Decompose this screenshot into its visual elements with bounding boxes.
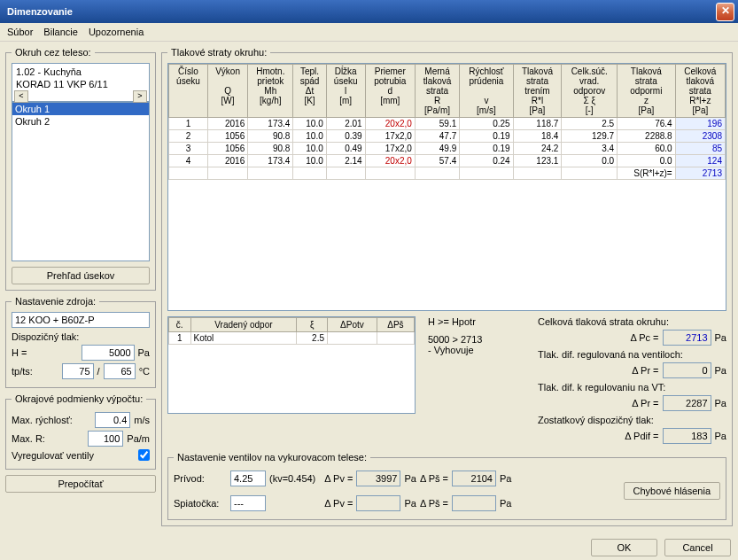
ps2-output <box>452 495 496 511</box>
straty-legend: Tlakové straty okruhu: <box>167 47 270 58</box>
ts-input[interactable] <box>104 363 136 379</box>
table-row[interactable]: 3105690.810.00.4917x2,049.90.1924.23.460… <box>169 143 726 155</box>
titlebar: Dimenzovanie ✕ <box>0 0 738 23</box>
prvod-input[interactable] <box>230 471 266 486</box>
okraj-legend: Okrajové podmienky výpočtu: <box>12 393 146 404</box>
zdroj-legend: Nastavenie zdroja: <box>12 296 99 307</box>
list-item-okruh1[interactable]: Okruh 1 <box>12 103 149 115</box>
vradeny-table: č. Vradený odpor ξ ΔPotv ΔPš 1 Kotol 2.5 <box>168 317 415 345</box>
vyregulovat-checkbox[interactable] <box>138 449 150 461</box>
prvod-label: Prívod: <box>174 473 227 484</box>
table-row[interactable]: 42016173.410.02.1420x2,057.40.24123.10.0… <box>169 155 726 167</box>
h-label: H = <box>12 347 27 358</box>
prehlad-usekov-button[interactable]: Prehľad úsekov <box>12 267 150 284</box>
kv-label: (kv=0.454) <box>269 473 315 484</box>
chybove-hlasenia-button[interactable]: Chybové hlásenia <box>624 482 720 500</box>
pdif-output <box>663 428 711 444</box>
zdroj-input[interactable] <box>12 312 150 328</box>
v-h2: Vradený odpor <box>190 318 297 332</box>
vyregulovat-label: Vyregulovať ventily <box>12 450 94 461</box>
pr2-output <box>663 395 711 411</box>
info-hpotr: H >= Hpotr <box>428 316 525 327</box>
zos-title: Zostatkový dispozičný tlak: <box>538 415 726 425</box>
prepocitat-button[interactable]: Prepočítať <box>5 475 156 493</box>
table-sum-row: S(R*l+z)=2713 <box>169 167 726 180</box>
maxrychlost-input[interactable] <box>95 412 130 428</box>
okruh-teleso-legend: Okruh cez teleso: <box>12 47 95 58</box>
tp-input[interactable] <box>62 363 94 379</box>
menubar: Súbor Bilancie Upozornenia <box>0 23 738 42</box>
cancel-button[interactable]: Cancel <box>664 539 731 556</box>
ventily-legend: Nastavenie ventilov na vykurovacom teles… <box>174 452 370 463</box>
h-input[interactable] <box>82 345 135 361</box>
teleso-line2: KORAD 11 VKP 6/11 <box>14 78 147 90</box>
info-compare: 5000 > 2713 <box>428 334 525 345</box>
straty-group: Tlakové straty okruhu: ČísloúsekuVýkonQ[… <box>161 47 733 526</box>
window-title: Dimenzovanie <box>4 6 716 17</box>
menu-upozornenia[interactable]: Upozornenia <box>89 27 144 37</box>
vt-title: Tlak. dif. k regulovaniu na VT: <box>538 382 726 393</box>
maxR-input[interactable] <box>88 431 123 447</box>
disp-tlak-label: Dispozičný tlak: <box>12 331 150 342</box>
v-h5: ΔPš <box>377 318 414 332</box>
tpts-unit: °C <box>139 366 150 377</box>
v-h4: ΔPotv <box>328 318 377 332</box>
okraj-group: Okrajové podmienky výpočtu: Max. rýchlos… <box>5 393 156 470</box>
menu-subor[interactable]: Súbor <box>7 27 33 37</box>
info-vyhovuje: - Vyhovuje <box>428 345 525 355</box>
prev-teleso-button[interactable]: < <box>14 90 28 103</box>
v-h1: č. <box>169 318 191 332</box>
v-h3: ξ <box>297 318 328 332</box>
vradeny-table-wrap[interactable]: č. Vradený odpor ξ ΔPotv ΔPš 1 Kotol 2.5 <box>167 316 416 414</box>
reg-title: Tlak. dif. regulovaná na ventiloch: <box>538 349 726 360</box>
table-row[interactable]: 1 Kotol 2.5 <box>169 332 415 345</box>
ps1-output <box>452 471 496 486</box>
close-button[interactable]: ✕ <box>716 3 734 21</box>
results-title: Celková tlaková strata okruhu: <box>538 316 726 327</box>
results-block: Celková tlaková strata okruhu: Δ Pc =Pa … <box>538 316 726 447</box>
h-unit: Pa <box>138 347 150 358</box>
tpts-sep: / <box>97 366 100 377</box>
table-row[interactable]: 2105690.810.00.3917x2,047.70.1918.4129.7… <box>169 130 726 143</box>
menu-bilancie[interactable]: Bilancie <box>43 27 78 37</box>
tpts-label: tp/ts: <box>12 366 33 377</box>
pc-output <box>663 330 711 346</box>
teleso-selector: 1.02 - Kuchyňa KORAD 11 VKP 6/11 < > <box>12 63 150 102</box>
zdroj-group: Nastavenie zdroja: Dispozičný tlak: H = … <box>5 296 156 388</box>
info-block: H >= Hpotr 5000 > 2713 - Vyhovuje <box>428 316 525 447</box>
teleso-line1: 1.02 - Kuchyňa <box>14 66 147 78</box>
okruh-list[interactable]: Okruh 1 Okruh 2 <box>12 102 150 261</box>
pr-output <box>663 362 711 378</box>
pv2-output <box>356 495 400 511</box>
spiat-input[interactable] <box>230 495 266 511</box>
next-teleso-button[interactable]: > <box>133 90 147 103</box>
ventily-group: Nastavenie ventilov na vykurovacom teles… <box>167 452 726 520</box>
list-item-okruh2[interactable]: Okruh 2 <box>12 115 149 128</box>
usek-table: ČísloúsekuVýkonQ[W]Hmotn.prietokMh[kg/h]… <box>168 64 726 180</box>
pv1-output <box>356 471 400 486</box>
ok-button[interactable]: OK <box>591 539 657 556</box>
table-row[interactable]: 12016173.410.02.0120x2,059.10.25118.72.5… <box>169 118 726 130</box>
maxrychlost-label: Max. rýchlosť: <box>12 415 73 425</box>
maxR-label: Max. R: <box>12 433 45 444</box>
maxrychlost-unit: m/s <box>134 415 150 425</box>
dialog-buttons: OK Cancel <box>0 532 738 560</box>
okruh-teleso-group: Okruh cez teleso: 1.02 - Kuchyňa KORAD 1… <box>5 47 156 291</box>
maxR-unit: Pa/m <box>127 433 150 444</box>
spiat-label: Spiatočka: <box>174 498 227 509</box>
usek-table-wrap[interactable]: ČísloúsekuVýkonQ[W]Hmotn.prietokMh[kg/h]… <box>167 63 726 311</box>
